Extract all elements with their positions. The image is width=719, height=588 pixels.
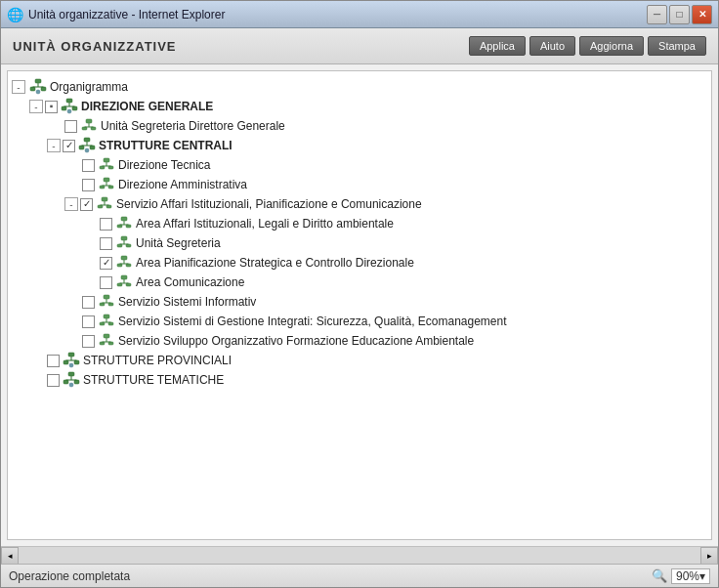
collapse-icon[interactable]: - [29,100,43,113]
org-icon [63,352,80,369]
svg-point-88 [69,383,73,387]
node-label: Area Comunicazione [136,275,244,289]
tree-node-direzione-tecnica[interactable]: Direzione Tecnica [12,155,707,175]
checkbox-empty[interactable] [47,355,60,367]
aggiorna-button[interactable]: Aggiorna [579,36,644,56]
svg-rect-26 [104,158,109,162]
status-text: Operazione completata [9,569,130,583]
checkbox-indeterminate[interactable] [45,101,58,113]
svg-rect-1 [30,87,35,91]
collapse-icon[interactable]: - [12,80,25,94]
window-title: Unità organizzative - Internet Explorer [28,8,647,21]
close-button[interactable]: ✕ [692,5,712,24]
person-icon [98,156,115,174]
node-label: Servizio Sviluppo Organizzativo Formazio… [118,334,474,348]
maximize-button[interactable]: □ [669,5,690,24]
svg-rect-77 [63,360,68,364]
svg-rect-7 [66,99,72,103]
scroll-track[interactable] [19,547,700,564]
stampa-button[interactable]: Stampa [648,36,706,56]
tree-node-servizio-sviluppo[interactable]: Servizio Sviluppo Organizzativo Formazio… [12,331,707,351]
node-label: Unità Segreteria Direttore Generale [101,119,285,133]
person-icon [98,176,115,193]
checkbox-empty[interactable] [82,159,95,172]
person-icon [98,313,115,330]
svg-rect-51 [121,256,127,260]
svg-point-5 [36,90,40,94]
collapse-icon[interactable]: - [64,197,78,211]
checkbox-empty[interactable] [82,296,95,309]
checkbox-empty[interactable] [82,315,95,328]
checkbox-checked[interactable] [100,257,112,270]
aiuto-button[interactable]: Aiuto [529,36,575,56]
person-icon [98,332,115,350]
org-icon [63,371,80,389]
checkbox-empty[interactable] [100,218,112,231]
node-label: STRUTTURE CENTRALI [99,139,233,152]
tree-node-strutture-provinciali[interactable]: STRUTTURE PROVINCIALI [12,351,707,370]
statusbar: Operazione completata 🔍 90% ▾ [1,564,718,587]
tree-node-area-pianificazione[interactable]: Area Pianificazione Strategica e Control… [12,253,707,273]
node-label: Unità Segreteria [136,236,221,250]
tree-node-unita-segreteria2[interactable]: Unità Segreteria [12,233,707,253]
svg-rect-61 [104,295,109,299]
zoom-dropdown[interactable]: 90% ▾ [671,568,710,584]
svg-rect-84 [63,380,68,384]
svg-rect-21 [90,146,95,149]
checkbox-empty[interactable] [100,237,112,250]
applica-button[interactable]: Applica [469,36,526,56]
checkbox-empty[interactable] [82,335,95,348]
svg-point-12 [67,109,71,113]
header-bar: Unità organizzative Applica Aiuto Aggior… [1,28,718,64]
tree-area[interactable]: - Organigramma- DIREZIONE GENERALE Unità… [7,70,712,540]
tree-node-unita-segreteria[interactable]: Unità Segreteria Direttore Generale [12,116,707,136]
tree-node-direzione-generale[interactable]: - DIREZIONE GENERALE [12,97,707,116]
tree-node-strutture-centrali[interactable]: - STRUTTURE CENTRALI [12,136,707,155]
minimize-button[interactable]: ─ [647,5,667,24]
svg-rect-20 [79,146,84,149]
zoom-icon: 🔍 [652,568,667,584]
zoom-control[interactable]: 🔍 90% ▾ [652,568,710,584]
svg-point-81 [69,363,73,367]
tree-node-servizio-sistemi[interactable]: Servizio Sistemi Informativ [12,292,707,312]
node-label: Area Affari Istituzionali, Legali e Diri… [136,217,394,231]
checkbox-unchecked[interactable] [64,120,77,133]
person-icon [115,234,133,252]
tree-node-area-comunicazione[interactable]: Area Comunicazione [12,273,707,292]
checkbox-checked[interactable] [80,198,93,211]
person-icon [98,293,115,311]
svg-rect-78 [74,360,79,364]
tree-node-direzione-amm[interactable]: Direzione Amministrativa [12,175,707,194]
person-icon [115,254,133,272]
tree-node-organigramma[interactable]: - Organigramma [12,77,707,97]
svg-rect-2 [41,87,46,91]
header-buttons: Applica Aiuto Aggiorna Stampa [469,36,706,56]
svg-rect-46 [121,236,127,240]
node-label: Direzione Tecnica [118,158,211,172]
org-icon [78,137,96,154]
checkbox-checked[interactable] [63,140,75,152]
collapse-icon[interactable]: - [47,139,61,152]
svg-rect-85 [74,380,79,384]
checkbox-empty[interactable] [47,374,60,387]
svg-rect-76 [68,353,74,357]
node-label: STRUTTURE PROVINCIALI [83,354,232,367]
tree-node-area-affari[interactable]: Area Affari Istituzionali, Legali e Diri… [12,214,707,233]
node-label: STRUTTURE TEMATICHE [83,373,224,387]
horizontal-scrollbar[interactable]: ◂ ▸ [1,546,718,564]
browser-icon: 🌐 [7,7,22,22]
tree-node-servizio-affari[interactable]: - Servizio Affari Istituzionali, Pianifi… [12,194,707,214]
tree-node-strutture-tematiche[interactable]: STRUTTURE TEMATICHE [12,370,707,390]
scroll-left-button[interactable]: ◂ [1,547,19,565]
zoom-arrow: ▾ [699,569,705,583]
svg-rect-9 [72,106,77,110]
org-icon [61,98,78,115]
svg-rect-31 [104,178,109,182]
tree-node-servizio-sistemi-gestione[interactable]: Servizio Sistemi di Gestione Integrati: … [12,312,707,331]
checkbox-empty[interactable] [82,179,95,191]
scroll-right-button[interactable]: ▸ [700,547,718,565]
person-icon [115,273,133,291]
checkbox-empty[interactable] [100,276,112,289]
person-icon [96,195,113,213]
window-controls: ─ □ ✕ [647,5,712,24]
